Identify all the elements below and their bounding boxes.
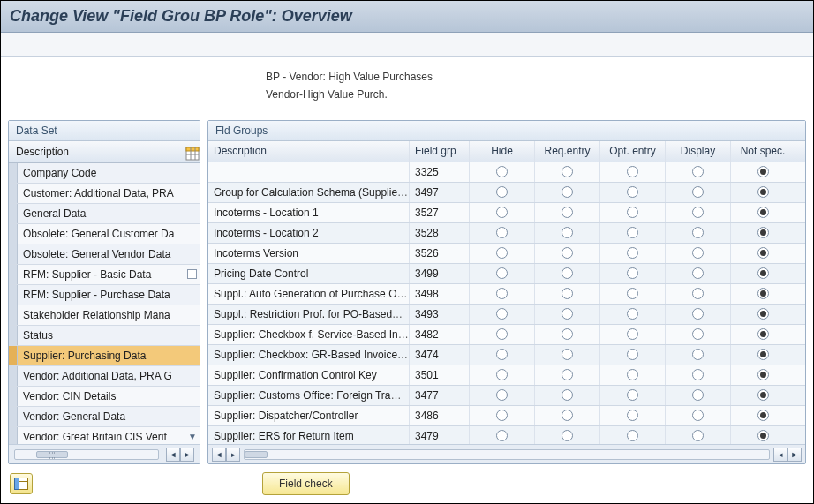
radio-opt[interactable] (627, 288, 638, 299)
radio-req[interactable] (562, 389, 573, 401)
fldgroup-fieldgrp[interactable]: 3501 (410, 365, 470, 385)
row-handle[interactable] (9, 184, 18, 203)
radio-req[interactable] (562, 207, 573, 218)
dataset-row-label[interactable]: General Data (18, 207, 200, 220)
row-handle[interactable] (9, 224, 18, 244)
radio-hide[interactable] (496, 207, 508, 218)
col-description[interactable]: Description (208, 141, 410, 162)
radio-req[interactable] (562, 328, 573, 340)
grid-hscroll-track[interactable] (244, 449, 770, 460)
fldgroup-description[interactable]: Pricing Date Control (208, 264, 410, 283)
table-settings-icon[interactable] (182, 145, 196, 159)
radio-display[interactable] (692, 328, 704, 340)
radio-req[interactable] (562, 166, 573, 177)
radio-hide[interactable] (496, 308, 508, 320)
dataset-row[interactable]: Company Code (9, 163, 200, 184)
layout-button[interactable] (10, 473, 33, 494)
radio-hide[interactable] (496, 430, 508, 441)
dataset-row[interactable]: Customer: Additional Data, PRA (9, 184, 200, 204)
radio-hide[interactable] (496, 389, 508, 401)
dataset-row-label[interactable]: Obsolete: General Vendor Data (18, 248, 200, 260)
radio-hide[interactable] (496, 288, 508, 299)
fldgroup-description[interactable]: Supplier: Confirmation Control Key (208, 365, 410, 385)
col-hide[interactable]: Hide (470, 141, 535, 162)
radio-req[interactable] (562, 186, 573, 198)
dataset-row[interactable]: RFM: Supplier - Purchase Data (9, 285, 200, 305)
radio-notspec[interactable] (757, 328, 769, 340)
radio-display[interactable] (692, 227, 704, 238)
row-handle[interactable] (9, 265, 18, 284)
fldgroup-description[interactable] (208, 162, 410, 182)
radio-req[interactable] (562, 349, 573, 360)
radio-opt[interactable] (627, 186, 638, 198)
dataset-row-label[interactable]: RFM: Supplier - Basic Data (18, 268, 184, 281)
radio-req[interactable] (562, 247, 573, 259)
radio-notspec[interactable] (757, 166, 769, 177)
dataset-row-label[interactable]: Stakeholder Relationship Mana (18, 309, 200, 321)
radio-notspec[interactable] (757, 247, 769, 259)
radio-req[interactable] (562, 308, 573, 320)
radio-notspec[interactable] (757, 410, 769, 421)
radio-opt[interactable] (627, 389, 638, 401)
radio-notspec[interactable] (757, 308, 769, 320)
dataset-row[interactable]: Vendor: Additional Data, PRA G (9, 366, 200, 387)
row-handle[interactable] (9, 427, 18, 444)
radio-hide[interactable] (496, 247, 508, 259)
fldgroup-description[interactable]: Supplier: Checkbox: GR-Based Invoice (208, 345, 410, 365)
fldgroup-fieldgrp[interactable]: 3477 (410, 386, 470, 405)
radio-opt[interactable] (627, 430, 638, 441)
radio-notspec[interactable] (757, 389, 769, 401)
row-handle[interactable] (9, 244, 18, 264)
dataset-row[interactable]: Vendor: CIN Details (9, 387, 200, 407)
radio-display[interactable] (692, 349, 704, 360)
row-handle[interactable] (9, 407, 18, 426)
dataset-row[interactable]: Vendor: Great Britain CIS Verif▼ (9, 427, 200, 444)
dataset-row-label[interactable]: Status (18, 329, 200, 342)
dataset-hscroll-right[interactable]: ► (180, 448, 194, 462)
dataset-row-label[interactable]: Vendor: Additional Data, PRA G (18, 370, 200, 382)
radio-display[interactable] (692, 247, 704, 259)
fldgroup-description[interactable]: Group for Calculation Schema (Supplie (208, 183, 410, 202)
radio-display[interactable] (692, 369, 704, 380)
col-optentry[interactable]: Opt. entry (600, 141, 666, 162)
fldgroup-fieldgrp[interactable]: 3527 (410, 203, 470, 222)
radio-opt[interactable] (627, 227, 638, 238)
radio-req[interactable] (562, 369, 573, 380)
radio-notspec[interactable] (757, 369, 769, 380)
radio-req[interactable] (562, 288, 573, 299)
fldgroup-fieldgrp[interactable]: 3499 (410, 264, 470, 283)
radio-hide[interactable] (496, 369, 508, 380)
fldgroup-description[interactable]: Incoterms Version (208, 244, 410, 263)
radio-display[interactable] (692, 186, 704, 198)
dataset-hscroll-track[interactable] (14, 449, 159, 460)
radio-display[interactable] (692, 430, 704, 441)
fldgroup-fieldgrp[interactable]: 3493 (410, 305, 470, 324)
dataset-row-label[interactable]: Vendor: CIN Details (18, 390, 200, 402)
col-display[interactable]: Display (666, 141, 731, 162)
radio-notspec[interactable] (757, 267, 769, 279)
dataset-row[interactable]: Supplier: Purchasing Data (9, 346, 200, 366)
dataset-row-label[interactable]: Vendor: Great Britain CIS Verif (18, 431, 200, 443)
col-notspec[interactable]: Not spec. (731, 141, 795, 162)
grid-hscroll-last[interactable]: ► (788, 448, 802, 462)
radio-hide[interactable] (496, 349, 508, 360)
grid-hscroll-first[interactable]: ◄ (212, 448, 226, 462)
dataset-row-checkbox[interactable] (184, 269, 200, 279)
fldgroup-description[interactable]: Suppl.: Auto Generation of Purchase O (208, 284, 410, 304)
dataset-row-label[interactable]: RFM: Supplier - Purchase Data (18, 289, 200, 301)
dataset-row[interactable]: RFM: Supplier - Basic Data (9, 265, 200, 285)
dataset-row-label[interactable]: Supplier: Purchasing Data (18, 350, 200, 362)
radio-opt[interactable] (627, 369, 638, 380)
radio-opt[interactable] (627, 247, 638, 259)
fldgroup-fieldgrp[interactable]: 3474 (410, 345, 470, 365)
radio-req[interactable] (562, 267, 573, 279)
dataset-row[interactable]: Obsolete: General Customer Da (9, 224, 200, 244)
radio-opt[interactable] (627, 308, 638, 320)
row-handle[interactable] (9, 285, 18, 305)
radio-display[interactable] (692, 389, 704, 401)
radio-display[interactable] (692, 207, 704, 218)
dataset-row[interactable]: Obsolete: General Vendor Data (9, 244, 200, 265)
col-fieldgrp[interactable]: Field grp (410, 141, 470, 162)
radio-notspec[interactable] (757, 227, 769, 238)
fldgroup-fieldgrp[interactable]: 3325 (410, 162, 470, 182)
